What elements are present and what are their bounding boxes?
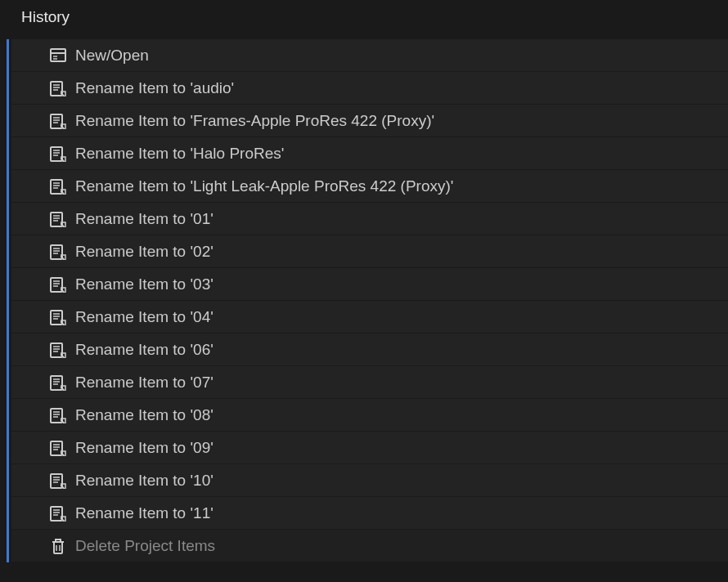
history-item-label: Rename Item to 'Halo ProRes' [49, 145, 284, 163]
history-item-label: Rename Item to '09' [49, 439, 213, 457]
panel-title: History [0, 0, 728, 39]
history-item-label: Rename Item to '03' [49, 275, 213, 293]
rename-icon [49, 374, 67, 392]
history-item[interactable]: Rename Item to '07' [11, 366, 728, 399]
rename-icon [49, 341, 67, 359]
history-item-label: Rename Item to '10' [49, 472, 213, 490]
history-item[interactable]: Rename Item to '03' [11, 268, 728, 301]
history-item-label: Rename Item to '01' [49, 210, 213, 228]
history-item[interactable]: Rename Item to '01' [11, 203, 728, 235]
history-item[interactable]: Rename Item to '11' [11, 497, 728, 530]
history-item[interactable]: Rename Item to '09' [11, 432, 728, 464]
rename-icon [49, 177, 67, 195]
rename-icon [49, 439, 67, 457]
rename-icon [49, 145, 67, 163]
rename-icon [49, 112, 67, 130]
history-item-label: Delete Project Items [49, 537, 215, 555]
history-item-label: Rename Item to '06' [49, 341, 213, 359]
history-container: New/OpenRename Item to 'audio'Rename Ite… [0, 39, 728, 562]
history-item[interactable]: Rename Item to '02' [11, 235, 728, 268]
rename-icon [49, 275, 67, 293]
rename-icon [49, 79, 67, 97]
history-item[interactable]: Rename Item to '08' [11, 399, 728, 432]
history-item-label: Rename Item to '04' [49, 308, 213, 326]
history-item-label: Rename Item to 'Frames-Apple ProRes 422 … [49, 112, 434, 130]
history-list: New/OpenRename Item to 'audio'Rename Ite… [11, 39, 728, 562]
rename-icon [49, 504, 67, 522]
history-item-label: Rename Item to '02' [49, 243, 213, 261]
history-item[interactable]: Rename Item to '10' [11, 464, 728, 497]
history-item[interactable]: New/Open [11, 39, 728, 72]
trash-icon [49, 537, 67, 555]
history-item[interactable]: Rename Item to 'Halo ProRes' [11, 137, 728, 170]
history-item[interactable]: Rename Item to '04' [11, 301, 728, 334]
rename-icon [49, 210, 67, 228]
history-item-label: Rename Item to '08' [49, 406, 213, 424]
history-item-label: Rename Item to '07' [49, 374, 213, 392]
rename-icon [49, 406, 67, 424]
rename-icon [49, 308, 67, 326]
history-item[interactable]: Rename Item to 'Frames-Apple ProRes 422 … [11, 105, 728, 137]
history-panel: History New/OpenRename Item to 'audio'Re… [0, 0, 728, 582]
history-item-label: Rename Item to '11' [49, 504, 213, 522]
history-item-label: Rename Item to 'Light Leak-Apple ProRes … [49, 177, 453, 195]
rename-icon [49, 243, 67, 261]
history-item[interactable]: Rename Item to 'Light Leak-Apple ProRes … [11, 170, 728, 203]
history-item-label: Rename Item to 'audio' [49, 79, 234, 97]
rename-icon [49, 472, 67, 490]
history-item[interactable]: Rename Item to 'audio' [11, 72, 728, 105]
history-item[interactable]: Rename Item to '06' [11, 334, 728, 366]
history-item[interactable]: Delete Project Items [11, 530, 728, 562]
active-history-indicator [7, 39, 9, 562]
new-open-icon [49, 47, 67, 65]
